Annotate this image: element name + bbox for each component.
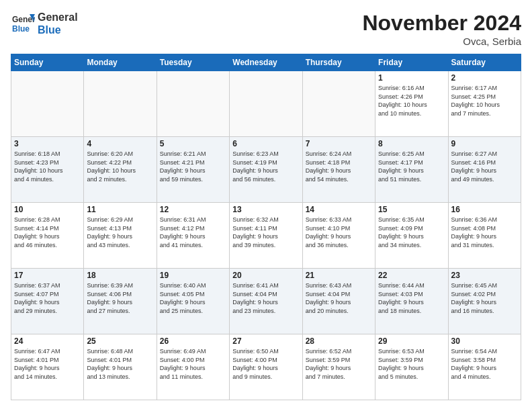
day-cell: 3Sunrise: 6:18 AM Sunset: 4:23 PM Daylig… bbox=[11, 137, 84, 203]
day-number: 8 bbox=[378, 139, 445, 148]
day-number: 19 bbox=[160, 271, 226, 280]
day-number: 28 bbox=[306, 336, 372, 346]
weekday-header-monday: Monday bbox=[84, 54, 157, 71]
day-info: Sunrise: 6:33 AM Sunset: 4:10 PM Dayligh… bbox=[306, 216, 372, 249]
day-info: Sunrise: 6:18 AM Sunset: 4:23 PM Dayligh… bbox=[14, 150, 81, 183]
day-info: Sunrise: 6:21 AM Sunset: 4:21 PM Dayligh… bbox=[160, 150, 226, 183]
day-cell bbox=[11, 71, 84, 137]
day-info: Sunrise: 6:24 AM Sunset: 4:18 PM Dayligh… bbox=[306, 150, 372, 183]
day-number: 13 bbox=[232, 205, 299, 214]
day-info: Sunrise: 6:35 AM Sunset: 4:09 PM Dayligh… bbox=[378, 216, 445, 249]
logo: General Blue General Blue bbox=[11, 11, 78, 36]
week-row-4: 24Sunrise: 6:47 AM Sunset: 4:01 PM Dayli… bbox=[11, 334, 521, 400]
day-number: 1 bbox=[378, 73, 445, 83]
day-info: Sunrise: 6:54 AM Sunset: 3:58 PM Dayligh… bbox=[451, 347, 518, 381]
weekday-header-friday: Friday bbox=[375, 54, 448, 71]
day-info: Sunrise: 6:25 AM Sunset: 4:17 PM Dayligh… bbox=[378, 150, 445, 183]
day-number: 6 bbox=[232, 139, 299, 148]
day-number: 23 bbox=[451, 271, 518, 280]
day-info: Sunrise: 6:50 AM Sunset: 4:00 PM Dayligh… bbox=[232, 347, 299, 381]
day-cell: 9Sunrise: 6:27 AM Sunset: 4:16 PM Daylig… bbox=[448, 137, 521, 203]
day-cell: 28Sunrise: 6:52 AM Sunset: 3:59 PM Dayli… bbox=[302, 334, 375, 400]
day-number: 11 bbox=[87, 205, 153, 214]
weekday-header-saturday: Saturday bbox=[448, 54, 521, 71]
day-number: 24 bbox=[14, 336, 81, 346]
day-cell: 6Sunrise: 6:23 AM Sunset: 4:19 PM Daylig… bbox=[230, 137, 302, 203]
day-info: Sunrise: 6:17 AM Sunset: 4:25 PM Dayligh… bbox=[451, 84, 518, 118]
day-info: Sunrise: 6:47 AM Sunset: 4:01 PM Dayligh… bbox=[14, 347, 81, 381]
weekday-header-wednesday: Wednesday bbox=[230, 54, 302, 71]
day-number: 20 bbox=[232, 271, 299, 280]
day-number: 26 bbox=[160, 336, 226, 346]
day-info: Sunrise: 6:36 AM Sunset: 4:08 PM Dayligh… bbox=[451, 216, 518, 249]
day-info: Sunrise: 6:48 AM Sunset: 4:01 PM Dayligh… bbox=[87, 347, 153, 381]
day-number: 18 bbox=[87, 271, 153, 280]
day-cell: 24Sunrise: 6:47 AM Sunset: 4:01 PM Dayli… bbox=[11, 334, 84, 400]
logo-icon: General Blue bbox=[11, 11, 35, 36]
svg-text:Blue: Blue bbox=[12, 24, 30, 34]
day-number: 2 bbox=[451, 73, 518, 83]
day-cell: 29Sunrise: 6:53 AM Sunset: 3:59 PM Dayli… bbox=[375, 334, 448, 400]
day-cell: 25Sunrise: 6:48 AM Sunset: 4:01 PM Dayli… bbox=[84, 334, 157, 400]
day-number: 10 bbox=[14, 205, 81, 214]
title-block: November 2024 Ovca, Serbia bbox=[362, 11, 521, 47]
day-info: Sunrise: 6:27 AM Sunset: 4:16 PM Dayligh… bbox=[451, 150, 518, 183]
day-cell: 7Sunrise: 6:24 AM Sunset: 4:18 PM Daylig… bbox=[302, 137, 375, 203]
day-info: Sunrise: 6:29 AM Sunset: 4:13 PM Dayligh… bbox=[87, 216, 153, 249]
day-number: 17 bbox=[14, 271, 81, 280]
day-info: Sunrise: 6:23 AM Sunset: 4:19 PM Dayligh… bbox=[232, 150, 299, 183]
day-cell: 11Sunrise: 6:29 AM Sunset: 4:13 PM Dayli… bbox=[84, 203, 157, 269]
day-info: Sunrise: 6:28 AM Sunset: 4:14 PM Dayligh… bbox=[14, 216, 81, 249]
day-number: 3 bbox=[14, 139, 81, 148]
day-info: Sunrise: 6:16 AM Sunset: 4:26 PM Dayligh… bbox=[378, 84, 445, 118]
day-number: 29 bbox=[378, 336, 445, 346]
day-cell: 8Sunrise: 6:25 AM Sunset: 4:17 PM Daylig… bbox=[375, 137, 448, 203]
day-info: Sunrise: 6:49 AM Sunset: 4:00 PM Dayligh… bbox=[160, 347, 226, 381]
week-row-3: 17Sunrise: 6:37 AM Sunset: 4:07 PM Dayli… bbox=[11, 269, 521, 334]
week-row-0: 1Sunrise: 6:16 AM Sunset: 4:26 PM Daylig… bbox=[11, 71, 521, 137]
day-cell: 22Sunrise: 6:44 AM Sunset: 4:03 PM Dayli… bbox=[375, 269, 448, 334]
day-info: Sunrise: 6:44 AM Sunset: 4:03 PM Dayligh… bbox=[378, 281, 445, 315]
logo-blue: Blue bbox=[38, 24, 78, 36]
day-cell: 14Sunrise: 6:33 AM Sunset: 4:10 PM Dayli… bbox=[302, 203, 375, 269]
page: General Blue General Blue November 2024 … bbox=[0, 0, 532, 411]
logo-general: General bbox=[38, 11, 78, 24]
weekday-header-row: SundayMondayTuesdayWednesdayThursdayFrid… bbox=[11, 54, 521, 71]
calendar-table: SundayMondayTuesdayWednesdayThursdayFrid… bbox=[11, 54, 521, 400]
day-cell: 17Sunrise: 6:37 AM Sunset: 4:07 PM Dayli… bbox=[11, 269, 84, 334]
day-number: 9 bbox=[451, 139, 518, 148]
day-number: 12 bbox=[160, 205, 226, 214]
day-info: Sunrise: 6:32 AM Sunset: 4:11 PM Dayligh… bbox=[232, 216, 299, 249]
day-info: Sunrise: 6:45 AM Sunset: 4:02 PM Dayligh… bbox=[451, 281, 518, 315]
day-number: 7 bbox=[306, 139, 372, 148]
day-number: 4 bbox=[87, 139, 153, 148]
day-number: 14 bbox=[306, 205, 372, 214]
day-cell: 26Sunrise: 6:49 AM Sunset: 4:00 PM Dayli… bbox=[157, 334, 229, 400]
week-row-1: 3Sunrise: 6:18 AM Sunset: 4:23 PM Daylig… bbox=[11, 137, 521, 203]
day-cell: 18Sunrise: 6:39 AM Sunset: 4:06 PM Dayli… bbox=[84, 269, 157, 334]
day-cell bbox=[157, 71, 229, 137]
day-number: 30 bbox=[451, 336, 518, 346]
day-number: 21 bbox=[306, 271, 372, 280]
day-cell: 1Sunrise: 6:16 AM Sunset: 4:26 PM Daylig… bbox=[375, 71, 448, 137]
day-info: Sunrise: 6:31 AM Sunset: 4:12 PM Dayligh… bbox=[160, 216, 226, 249]
week-row-2: 10Sunrise: 6:28 AM Sunset: 4:14 PM Dayli… bbox=[11, 203, 521, 269]
day-cell: 12Sunrise: 6:31 AM Sunset: 4:12 PM Dayli… bbox=[157, 203, 229, 269]
header: General Blue General Blue November 2024 … bbox=[11, 11, 521, 47]
weekday-header-thursday: Thursday bbox=[302, 54, 375, 71]
day-cell: 20Sunrise: 6:41 AM Sunset: 4:04 PM Dayli… bbox=[230, 269, 302, 334]
day-cell: 4Sunrise: 6:20 AM Sunset: 4:22 PM Daylig… bbox=[84, 137, 157, 203]
day-cell: 30Sunrise: 6:54 AM Sunset: 3:58 PM Dayli… bbox=[448, 334, 521, 400]
location: Ovca, Serbia bbox=[362, 36, 521, 47]
day-cell bbox=[302, 71, 375, 137]
day-cell: 23Sunrise: 6:45 AM Sunset: 4:02 PM Dayli… bbox=[448, 269, 521, 334]
day-info: Sunrise: 6:53 AM Sunset: 3:59 PM Dayligh… bbox=[378, 347, 445, 381]
day-info: Sunrise: 6:20 AM Sunset: 4:22 PM Dayligh… bbox=[87, 150, 153, 183]
day-info: Sunrise: 6:52 AM Sunset: 3:59 PM Dayligh… bbox=[306, 347, 372, 381]
day-number: 15 bbox=[378, 205, 445, 214]
day-cell: 27Sunrise: 6:50 AM Sunset: 4:00 PM Dayli… bbox=[230, 334, 302, 400]
day-cell: 21Sunrise: 6:43 AM Sunset: 4:04 PM Dayli… bbox=[302, 269, 375, 334]
weekday-header-sunday: Sunday bbox=[11, 54, 84, 71]
day-number: 16 bbox=[451, 205, 518, 214]
day-cell bbox=[84, 71, 157, 137]
